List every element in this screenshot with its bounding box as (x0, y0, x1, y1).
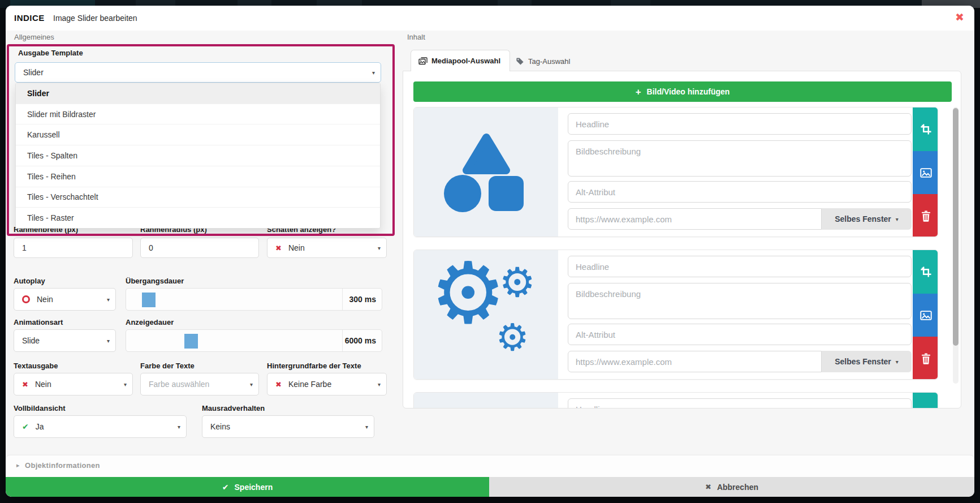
transition-label: Übergangsdauer (126, 277, 184, 285)
border-radius-field (140, 238, 259, 258)
template-label: Ausgabe Template (18, 49, 83, 57)
alt-attribute-input[interactable] (568, 324, 912, 345)
alt-attribute-input[interactable] (568, 181, 912, 203)
image-icon (920, 311, 932, 320)
autoplay-select-value: Nein (37, 295, 53, 304)
caret-down-icon: ▾ (124, 381, 127, 388)
autoplay-label: Autoplay (14, 277, 45, 285)
image-icon (920, 168, 932, 178)
ban-icon (22, 295, 30, 303)
menu-item-tiles-reihen[interactable]: Tiles - Reihen (16, 166, 380, 187)
url-input[interactable] (568, 351, 822, 372)
transition-value: 300 ms (342, 289, 382, 310)
menu-item-karussell[interactable]: Karussell (16, 124, 380, 145)
choose-image-button[interactable] (913, 294, 938, 337)
scrollbar-thumb[interactable] (953, 108, 959, 346)
mousewheel-select[interactable]: Keins ▾ (202, 415, 374, 438)
link-target-select[interactable]: Selbes Fenster ▾ (822, 351, 912, 372)
text-color-select[interactable]: Farbe auswählen ▾ (140, 373, 259, 395)
slider-handle[interactable] (184, 334, 198, 349)
dialog-title: Image Slider bearbeiten (53, 14, 137, 23)
tab-tag-auswahl[interactable]: Tag-Auswahl (516, 54, 570, 68)
section-inhalt-label: Inhalt (407, 33, 425, 41)
caret-down-icon: ▾ (378, 245, 381, 251)
crop-button[interactable] (913, 108, 938, 151)
close-icon[interactable]: ✖ (955, 11, 964, 24)
text-bg-select[interactable]: ✖ Keine Farbe ▾ (267, 373, 387, 395)
link-target-select[interactable]: Selbes Fenster ▾ (822, 208, 912, 230)
animation-select-value: Slide (22, 336, 40, 345)
link-group: Selbes Fenster ▾ (568, 208, 912, 230)
save-button[interactable]: ✔ Speichern (6, 477, 489, 497)
media-placeholder: ⚙ ⚙ ⚙ (414, 250, 558, 380)
url-input[interactable] (568, 208, 822, 230)
delete-button[interactable] (913, 337, 938, 380)
headline-input[interactable] (568, 398, 912, 409)
menu-item-tiles-raster[interactable]: Tiles - Raster (16, 207, 380, 228)
caret-down-icon: ▾ (107, 338, 110, 344)
slider-handle[interactable] (142, 293, 156, 307)
choose-image-button[interactable] (913, 151, 938, 195)
border-width-input[interactable] (22, 243, 124, 252)
menu-item-slider[interactable]: Slider (16, 83, 380, 104)
caret-down-icon: ▾ (378, 381, 381, 388)
trash-icon (921, 353, 931, 364)
menu-item-slider-bildraster[interactable]: Slider mit Bildraster (16, 104, 380, 124)
fullscreen-select[interactable]: ✔ Ja ▾ (14, 415, 187, 438)
crop-button[interactable] (913, 393, 938, 409)
headline-input[interactable] (568, 256, 912, 277)
transition-slider[interactable]: 300 ms (126, 288, 382, 311)
add-media-button[interactable]: + Bild/Video hinzufügen (413, 81, 952, 102)
mousewheel-label: Mausradverhalten (202, 404, 265, 412)
text-output-select[interactable]: ✖ Nein ▾ (14, 373, 133, 395)
check-icon: ✔ (22, 422, 29, 431)
text-color-label: Farbe der Texte (140, 362, 195, 370)
shadow-select-value: Nein (288, 243, 305, 252)
tag-icon (516, 57, 524, 66)
menu-item-tiles-verschachtelt[interactable]: Tiles - Verschachtelt (16, 187, 380, 208)
description-input[interactable] (568, 283, 912, 319)
border-width-field (14, 238, 133, 258)
shapes-placeholder-icon (437, 130, 536, 216)
delete-button[interactable] (913, 194, 938, 237)
cross-icon: ✖ (275, 244, 282, 252)
description-input[interactable] (568, 140, 912, 177)
text-color-placeholder: Farbe auswählen (149, 380, 209, 389)
row-actions (913, 393, 938, 409)
add-media-label: Bild/Video hinzufügen (647, 87, 730, 96)
check-icon: ✔ (222, 483, 229, 492)
caret-down-icon: ▾ (250, 381, 253, 388)
tab-mediapool-auswahl[interactable]: Mediapool-Auswahl (411, 50, 510, 71)
link-target-value: Selbes Fenster (835, 214, 891, 223)
media-row: ⚙ ⚙ ⚙ Selbes Fenster ▾ (413, 250, 938, 380)
headline-input[interactable] (568, 113, 912, 135)
media-placeholder (414, 393, 558, 409)
mousewheel-select-value: Keins (210, 422, 230, 431)
cancel-button-label: Abbrechen (717, 483, 758, 492)
trash-icon (921, 210, 931, 222)
duration-slider[interactable]: 6000 ms (126, 329, 382, 352)
fullscreen-select-value: Ja (36, 422, 44, 431)
shadow-select[interactable]: ✖ Nein ▾ (267, 238, 387, 258)
edit-slider-dialog: INDICE Image Slider bearbeiten ✖ Allgeme… (6, 6, 974, 497)
object-info-accordion[interactable]: ▸ Objektinformationen (6, 455, 974, 477)
menu-item-tiles-spalten[interactable]: Tiles - Spalten (16, 145, 380, 166)
cross-icon: ✖ (22, 380, 28, 389)
template-dropdown-menu: Slider Slider mit Bildraster Karussell T… (15, 83, 381, 229)
tab-tag-label: Tag-Auswahl (528, 57, 570, 66)
template-select[interactable]: Slider ▾ (15, 62, 381, 83)
link-target-value: Selbes Fenster (835, 357, 891, 366)
autoplay-select[interactable]: Nein ▾ (14, 288, 116, 311)
caret-down-icon: ▾ (896, 216, 899, 222)
animation-select[interactable]: Slide ▾ (14, 329, 116, 352)
media-placeholder (414, 108, 558, 237)
object-info-label: Objektinformationen (25, 461, 100, 470)
duration-value: 6000 ms (342, 330, 382, 351)
cancel-button[interactable]: ✖ Abbrechen (489, 477, 974, 497)
row-actions (913, 108, 938, 237)
border-radius-input[interactable] (149, 243, 251, 252)
crop-button[interactable] (913, 250, 938, 294)
caret-down-icon: ▾ (896, 359, 899, 365)
tab-allgemeines[interactable]: Allgemeines (14, 33, 54, 41)
text-output-select-value: Nein (35, 380, 51, 389)
